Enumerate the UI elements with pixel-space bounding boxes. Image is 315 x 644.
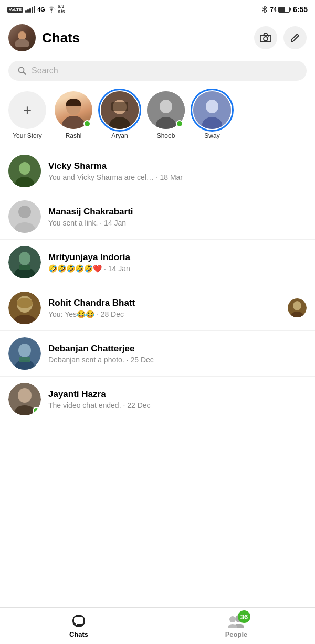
- sway-label: Sway: [204, 132, 219, 139]
- battery-icon: 74: [270, 6, 290, 13]
- chat-item-mrityunjaya[interactable]: Mrityunjaya Indoria 🤣🤣🤣🤣🤣❤️ · 14 Jan: [0, 240, 315, 285]
- search-bar[interactable]: Search: [8, 61, 307, 81]
- sway-avatar: [193, 91, 231, 129]
- vicky-sharma-preview: You and Vicky Sharma are cel… · 18 Mar: [48, 173, 307, 181]
- rohit-name: Rohit Chandra Bhatt: [48, 298, 280, 308]
- network-type: 4G: [37, 6, 45, 13]
- svg-point-6: [268, 36, 269, 37]
- debanjan-avatar: [8, 337, 41, 370]
- chat-item-jayanti[interactable]: Jayanti Hazra The video chat ended. · 22…: [0, 377, 315, 422]
- people-wrap: 36: [227, 614, 245, 628]
- shoeb-online-dot: [176, 120, 183, 127]
- bluetooth-icon: [262, 6, 267, 13]
- camera-icon: [260, 33, 271, 42]
- jayanti-info: Jayanti Hazra The video chat ended. · 22…: [48, 389, 307, 410]
- signal-bars: [25, 6, 35, 13]
- people-nav-label: People: [225, 630, 248, 638]
- people-count-badge: 36: [238, 610, 250, 623]
- svg-rect-30: [19, 265, 30, 270]
- debanjan-preview: Debanjan sent a photo. · 25 Dec: [48, 356, 307, 364]
- aryan-label: Aryan: [111, 132, 128, 139]
- rashi-label: Rashi: [66, 132, 82, 139]
- rohit-meta: [288, 298, 307, 317]
- manasij-info: Manasij Chakrabarti You sent a link. · 1…: [48, 207, 307, 227]
- your-story-label: Your Story: [13, 132, 42, 139]
- aryan-avatar-wrap: [101, 91, 139, 129]
- rohit-preview: You: Yes😂😂 · 28 Dec: [48, 310, 280, 318]
- svg-rect-14: [111, 102, 128, 111]
- rashi-online-dot: [83, 120, 91, 127]
- chat-item-debanjan[interactable]: Debanjan Chatterjee Debanjan sent a phot…: [0, 331, 315, 376]
- nav-chats[interactable]: Chats: [0, 608, 158, 644]
- story-item-aryan[interactable]: Aryan: [101, 91, 139, 139]
- chat-item-manasij[interactable]: Manasij Chakrabarti You sent a link. · 1…: [0, 194, 315, 239]
- svg-line-8: [24, 72, 26, 75]
- time-display: 6:55: [293, 5, 308, 14]
- svg-point-29: [19, 252, 30, 265]
- status-right: 74 6:55: [262, 5, 308, 14]
- svg-point-25: [18, 206, 31, 218]
- camera-button[interactable]: [254, 26, 277, 49]
- manasij-avatar: [8, 200, 41, 233]
- svg-point-39: [18, 344, 31, 357]
- search-icon: [18, 67, 26, 75]
- pencil-icon: [290, 33, 300, 42]
- story-item-shoeb[interactable]: Shoeb: [147, 91, 185, 139]
- chat-list: Vicky Sharma You and Vicky Sharma are ce…: [0, 148, 315, 422]
- header-avatar[interactable]: [8, 24, 36, 51]
- jayanti-preview: The video chat ended. · 22 Dec: [48, 401, 307, 410]
- svg-point-5: [264, 37, 268, 41]
- manasij-name: Manasij Chakrabarti: [48, 207, 307, 217]
- page-title: Chats: [42, 30, 254, 46]
- nav-people[interactable]: 36 People: [158, 608, 315, 644]
- svg-point-10: [62, 116, 85, 129]
- compose-button[interactable]: [284, 26, 307, 49]
- rohit-info: Rohit Chandra Bhatt You: Yes😂😂 · 28 Dec: [48, 298, 280, 318]
- chat-item-rohit[interactable]: Rohit Chandra Bhatt You: Yes😂😂 · 28 Dec: [0, 285, 315, 330]
- header: Chats: [0, 19, 315, 57]
- stories-section: + Your Story Rashi: [0, 87, 315, 148]
- mrityunjaya-preview: 🤣🤣🤣🤣🤣❤️ · 14 Jan: [48, 264, 307, 273]
- story-item-your-story[interactable]: + Your Story: [8, 91, 46, 139]
- svg-rect-41: [19, 357, 30, 362]
- status-left: VoLTE 4G 6.3K/s: [7, 4, 65, 15]
- shoeb-avatar-wrap: [147, 91, 185, 129]
- mrityunjaya-name: Mrityunjaya Indoria: [48, 252, 307, 263]
- vicky-sharma-info: Vicky Sharma You and Vicky Sharma are ce…: [48, 161, 307, 181]
- jayanti-avatar: [8, 383, 41, 415]
- status-bar: VoLTE 4G 6.3K/s: [0, 0, 315, 19]
- mrityunjaya-info: Mrityunjaya Indoria 🤣🤣🤣🤣🤣❤️ · 14 Jan: [48, 252, 307, 273]
- wifi-icon: [47, 6, 56, 13]
- chats-nav-label: Chats: [69, 630, 88, 638]
- search-container: Search: [0, 57, 315, 87]
- user-avatar: [8, 24, 36, 51]
- aryan-avatar: [101, 91, 139, 129]
- shoeb-label: Shoeb: [157, 132, 175, 139]
- header-icons: [254, 26, 307, 49]
- svg-point-36: [293, 301, 301, 310]
- svg-point-3: [15, 39, 29, 47]
- vicky-sharma-name: Vicky Sharma: [48, 161, 307, 171]
- rashi-avatar-wrap: [55, 91, 92, 129]
- svg-point-43: [18, 388, 32, 403]
- debanjan-name: Debanjan Chatterjee: [48, 344, 307, 354]
- svg-point-34: [17, 298, 33, 308]
- svg-point-16: [160, 100, 172, 113]
- volte-badge: VoLTE: [7, 7, 23, 13]
- chats-icon: [71, 614, 86, 628]
- svg-point-22: [19, 162, 30, 175]
- jayanti-name: Jayanti Hazra: [48, 389, 307, 400]
- story-item-rashi[interactable]: Rashi: [55, 91, 92, 139]
- rohit-thumb: [288, 298, 307, 317]
- rohit-avatar: [8, 292, 41, 324]
- search-placeholder: Search: [32, 66, 58, 76]
- vicky-sharma-avatar: [8, 155, 41, 187]
- chat-item-vicky-sharma[interactable]: Vicky Sharma You and Vicky Sharma are ce…: [0, 148, 315, 194]
- mrityunjaya-avatar: [8, 246, 41, 278]
- story-item-sway[interactable]: Sway: [193, 91, 231, 139]
- bottom-nav: Chats 36 People: [0, 607, 315, 644]
- speed-text: 6.3K/s: [58, 4, 65, 15]
- add-story-button: +: [8, 91, 46, 129]
- jayanti-online-dot: [33, 407, 40, 414]
- debanjan-info: Debanjan Chatterjee Debanjan sent a phot…: [48, 344, 307, 364]
